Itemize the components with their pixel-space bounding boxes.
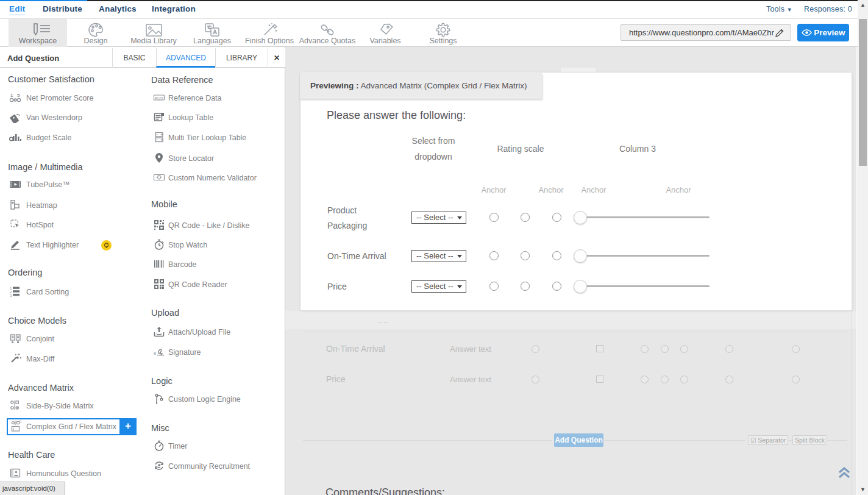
svg-text:x: x [154,351,156,356]
svg-text:1: 1 [10,93,13,98]
svg-text:#123: #123 [155,96,163,100]
svg-text:5: 5 [17,93,20,98]
svg-text:3: 3 [10,294,12,297]
